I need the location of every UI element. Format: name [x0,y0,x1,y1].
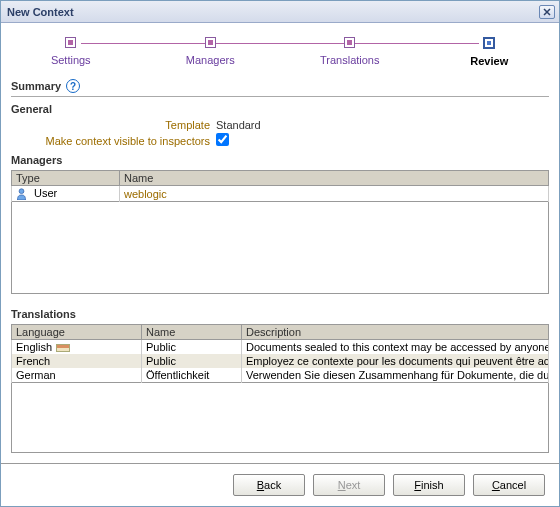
translation-description: Employez ce contexte pour les documents … [242,354,549,368]
step-settings[interactable]: Settings [1,37,141,73]
visible-row: Make context visible to inspectors [11,133,549,148]
flag-icon [56,344,70,352]
button-bar: Back Next Finish Cancel [1,463,559,506]
manager-type: User [34,187,57,199]
translation-language: English [16,341,52,353]
managers-col-type[interactable]: Type [12,171,120,186]
translations-col-name[interactable]: Name [142,325,242,340]
summary-header: Summary ? [11,79,549,97]
finish-button[interactable]: Finish [393,474,465,496]
visible-label: Make context visible to inspectors [11,135,216,147]
step-label: Settings [51,54,91,66]
translation-name: Public [142,354,242,368]
managers-table-body [11,202,549,294]
visible-checkbox[interactable] [216,133,229,146]
translation-language: German [12,368,142,383]
step-box-icon [483,37,495,49]
help-icon[interactable]: ? [66,79,80,93]
translation-language: French [12,354,142,368]
step-box-icon [344,37,355,48]
svg-point-0 [19,189,24,194]
step-managers[interactable]: Managers [141,37,281,73]
translations-table: Language Name Description English Public… [11,324,549,383]
new-context-dialog: New Context Settings Managers Translatio… [0,0,560,507]
next-button: Next [313,474,385,496]
back-button[interactable]: Back [233,474,305,496]
translations-table-body [11,383,549,453]
managers-col-name[interactable]: Name [120,171,549,186]
managers-heading: Managers [11,154,549,166]
cancel-button[interactable]: Cancel [473,474,545,496]
step-translations[interactable]: Translations [280,37,420,73]
titlebar: New Context [1,1,559,23]
table-row[interactable]: French Public Employez ce contexte pour … [12,354,549,368]
translation-description: Verwenden Sie diesen Zusammenhang für Do… [242,368,549,383]
summary-label: Summary [11,80,61,92]
step-review[interactable]: Review [420,37,560,73]
user-icon [16,188,27,200]
close-icon[interactable] [539,5,555,19]
dialog-title: New Context [7,6,539,18]
translations-heading: Translations [11,308,549,320]
step-box-icon [65,37,76,48]
wizard-steps: Settings Managers Translations Review [1,23,559,73]
template-value: Standard [216,119,261,131]
template-label: Template [11,119,216,131]
step-label: Translations [320,54,380,66]
general-heading: General [11,103,549,115]
translations-col-language[interactable]: Language [12,325,142,340]
step-box-icon [205,37,216,48]
table-row[interactable]: German Öffentlichkeit Verwenden Sie dies… [12,368,549,383]
translation-name: Public [142,340,242,355]
template-row: Template Standard [11,119,549,131]
table-row[interactable]: User weblogic [12,186,549,202]
table-row[interactable]: English Public Documents sealed to this … [12,340,549,355]
content-area: Summary ? General Template Standard Make… [1,73,559,463]
translations-col-description[interactable]: Description [242,325,549,340]
step-label: Review [470,55,508,67]
managers-table: Type Name User weblogic [11,170,549,202]
translation-description: Documents sealed to this context may be … [242,340,549,355]
translation-name: Öffentlichkeit [142,368,242,383]
step-label: Managers [186,54,235,66]
manager-name: weblogic [124,188,167,200]
